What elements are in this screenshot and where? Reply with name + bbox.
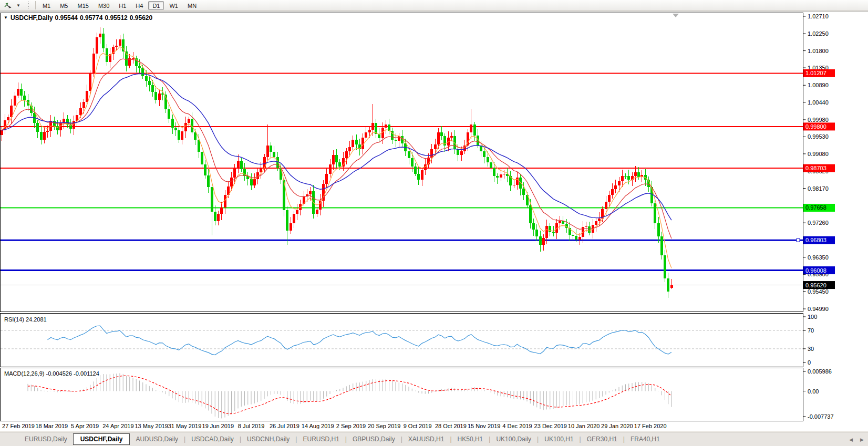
date-label: 15 Nov 2019 xyxy=(468,423,500,429)
quote-low: 0.95512 xyxy=(105,14,127,22)
candle-body xyxy=(417,174,420,180)
price-tick-label: 0.97260 xyxy=(808,220,829,226)
candle-body xyxy=(325,174,328,184)
chart-tab-gbpusd-daily[interactable]: GBPUSD,Daily xyxy=(347,434,401,444)
chart-tab-usdcnh-daily[interactable]: USDCNH,Daily xyxy=(241,434,295,444)
chart-tab-eurusd-daily[interactable]: EURUSD,Daily xyxy=(19,434,73,444)
timeframe-button-d1[interactable]: D1 xyxy=(148,1,164,10)
chart-tab-uk100-h1[interactable]: UK100,H1 xyxy=(539,434,579,444)
candle-body xyxy=(375,123,377,134)
candle-body xyxy=(621,176,624,181)
chart-tab-audusd-daily[interactable]: AUDUSD,Daily xyxy=(130,434,184,444)
timeframe-button-m15[interactable]: M15 xyxy=(73,1,92,10)
chart-tab-hk50-h1[interactable]: HK50,H1 xyxy=(452,434,489,444)
candle-body xyxy=(270,146,272,152)
chart-tab-usdcad-daily[interactable]: USDCAD,Daily xyxy=(185,434,240,444)
candle-body xyxy=(79,108,82,115)
candle-body xyxy=(201,152,203,164)
candle-body xyxy=(99,34,101,37)
price-tick-label: 0.99980 xyxy=(808,117,829,123)
candle-body xyxy=(1,130,3,135)
price-tick-label: 0.98170 xyxy=(808,185,829,192)
date-label: 19 Jun 2019 xyxy=(202,423,234,429)
tab-scroll-right-icon[interactable]: ▶ xyxy=(860,437,864,442)
candle-body xyxy=(286,210,288,231)
candle-body xyxy=(654,203,656,223)
candle-body xyxy=(503,174,505,174)
timeframe-button-mn[interactable]: MN xyxy=(183,1,201,10)
candle-body xyxy=(562,221,564,223)
date-label: 2 Sep 2019 xyxy=(336,423,366,429)
date-label: 13 May 2019 xyxy=(135,423,168,429)
timeframe-button-group: M1M5M15M30H1H4D1W1MN xyxy=(38,0,201,11)
timeframe-button-m5[interactable]: M5 xyxy=(56,1,72,10)
tab-scroll-buttons: ◀ ▶ xyxy=(849,432,864,446)
candle-body xyxy=(414,167,417,174)
level-drag-handle[interactable] xyxy=(797,238,800,242)
chart-mode-icon[interactable] xyxy=(2,1,14,10)
date-label: 27 Feb 2019 xyxy=(2,423,35,429)
rsi-tick-label: 100 xyxy=(808,314,817,320)
chart-tab-eurusd-h1[interactable]: EURUSD,H1 xyxy=(297,434,345,444)
rsi-tick-label: 70 xyxy=(808,327,814,334)
chart-tab-uk100-daily[interactable]: UK100,Daily xyxy=(490,434,537,444)
price-level-badge: 0.98703 xyxy=(805,165,826,171)
timeframe-button-w1[interactable]: W1 xyxy=(165,1,182,10)
candle-body xyxy=(637,172,640,178)
chart-tab-ger30-h1[interactable]: GER30,H1 xyxy=(581,434,623,444)
candle-body xyxy=(198,140,200,152)
candle-body xyxy=(608,195,611,202)
date-label: 20 Sep 2019 xyxy=(368,423,400,429)
candle-body xyxy=(145,76,148,81)
price-tick-label: 1.00890 xyxy=(808,82,829,88)
timeframe-button-m1[interactable]: M1 xyxy=(38,1,55,10)
candle-body xyxy=(17,89,19,96)
macd-tick-label: 0.00 xyxy=(808,388,819,395)
toolbar-grip-handle[interactable] xyxy=(27,2,30,9)
macd-tick-label: -0.007737 xyxy=(808,413,834,420)
timeframe-button-h4[interactable]: H4 xyxy=(131,1,147,10)
date-label: 29 Jan 2020 xyxy=(601,423,633,429)
candle-body xyxy=(154,92,157,100)
candle-body xyxy=(539,236,542,245)
date-label: 28 Oct 2019 xyxy=(435,423,467,429)
candle-body xyxy=(493,168,495,175)
chart-tabbar: EURUSD,DailyUSDCHF,DailyAUDUSD,Daily|USD… xyxy=(0,432,868,446)
candle-body xyxy=(168,109,170,119)
candle-body xyxy=(660,236,663,255)
chevron-down-icon[interactable]: ▼ xyxy=(14,3,23,8)
candle-body xyxy=(293,214,295,223)
date-label: 5 Apr 2019 xyxy=(71,423,99,429)
timeframe-button-h1[interactable]: H1 xyxy=(115,1,130,10)
candle-body xyxy=(657,223,660,236)
price-level-badge: 0.96008 xyxy=(805,267,826,274)
candle-body xyxy=(490,162,492,169)
price-tick-label: 1.01800 xyxy=(808,48,829,54)
candle-body xyxy=(670,285,673,288)
price-chart-canvas: 1.027101.022501.018001.013501.008901.004… xyxy=(0,12,868,431)
timeframe-button-m30[interactable]: M30 xyxy=(94,1,113,10)
candle-body xyxy=(273,152,275,157)
candle-body xyxy=(184,123,187,132)
candle-body xyxy=(211,187,213,212)
candle-body xyxy=(348,147,351,151)
chart-title-caret-icon[interactable]: ▼ xyxy=(4,15,8,20)
candle-body xyxy=(96,37,98,54)
chart-tab-usdchf-daily[interactable]: USDCHF,Daily xyxy=(73,433,130,445)
tab-scroll-left-icon[interactable]: ◀ xyxy=(849,437,853,442)
candle-body xyxy=(440,132,443,137)
candle-body xyxy=(588,226,591,233)
candle-body xyxy=(513,185,515,185)
price-tick-label: 1.02710 xyxy=(808,13,829,19)
candle-body xyxy=(290,223,292,231)
price-tick-label: 1.00440 xyxy=(808,99,829,106)
chart-tab-xauusd-h1[interactable]: XAUUSD,H1 xyxy=(402,434,450,444)
candle-body xyxy=(181,131,183,140)
candle-body xyxy=(36,123,39,132)
price-level-badge: 0.96803 xyxy=(805,237,826,243)
candle-body xyxy=(634,172,637,177)
chart-tab-fra40-h1[interactable]: FRA40,H1 xyxy=(625,434,666,444)
date-label: 31 May 2019 xyxy=(168,423,202,429)
candle-body xyxy=(500,174,502,178)
candle-body xyxy=(82,102,85,108)
